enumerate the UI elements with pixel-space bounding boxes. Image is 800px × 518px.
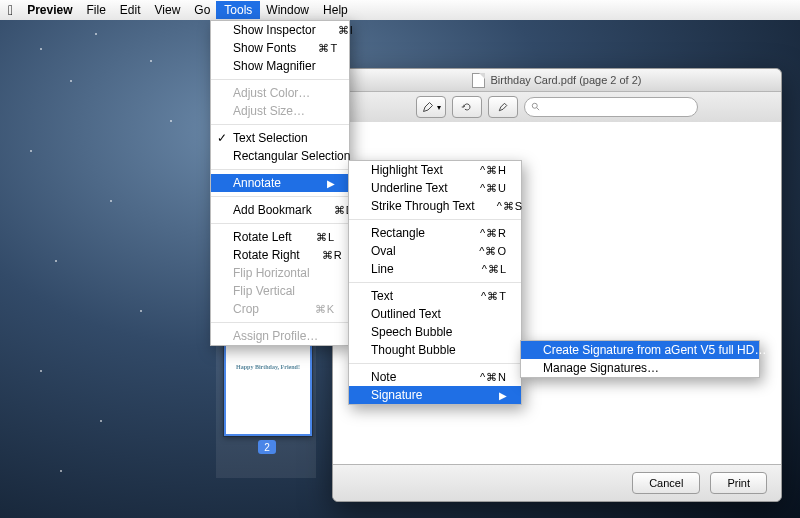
menubar:  Preview File Edit View Go Tools Window… <box>0 0 800 20</box>
rotate-icon <box>461 101 473 113</box>
thumbnail-page-badge: 2 <box>258 440 276 454</box>
window-bottom-bar: Cancel Print <box>333 464 781 501</box>
menu-outlined-text[interactable]: Outlined Text <box>349 305 521 323</box>
menu-rectangular-selection[interactable]: Rectangular Selection <box>211 147 349 165</box>
menu-underline-text[interactable]: Underline Text^⌘U <box>349 179 521 197</box>
menu-line[interactable]: Line^⌘L <box>349 260 521 278</box>
menubar-item-view[interactable]: View <box>155 3 181 17</box>
print-button[interactable]: Print <box>710 472 767 494</box>
search-icon <box>531 102 541 112</box>
cancel-button[interactable]: Cancel <box>632 472 700 494</box>
document-icon <box>472 73 485 88</box>
menu-flip-vertical: Flip Vertical <box>211 282 349 300</box>
menu-crop: Crop⌘K <box>211 300 349 318</box>
menubar-app-name[interactable]: Preview <box>27 3 72 17</box>
menu-highlight-text[interactable]: Highlight Text^⌘H <box>349 161 521 179</box>
window-toolbar: ▾ <box>333 92 781 123</box>
annotate-submenu: Highlight Text^⌘H Underline Text^⌘U Stri… <box>348 160 522 405</box>
menu-show-fonts[interactable]: Show Fonts⌘T <box>211 39 349 57</box>
menubar-item-window[interactable]: Window <box>266 3 309 17</box>
submenu-arrow-icon: ▶ <box>477 390 507 401</box>
toolbar-markup-button[interactable] <box>488 96 518 118</box>
window-title: Birthday Card.pdf (page 2 of 2) <box>490 74 641 86</box>
menu-show-inspector[interactable]: Show Inspector⌘I <box>211 21 349 39</box>
screen:  Preview File Edit View Go Tools Window… <box>0 0 800 518</box>
menu-rotate-left[interactable]: Rotate Left⌘L <box>211 228 349 246</box>
menu-text[interactable]: Text^⌘T <box>349 287 521 305</box>
thumbnail-preview-text: Happy Birthday, Friend! <box>226 364 310 370</box>
menu-text-selection[interactable]: ✓Text Selection <box>211 129 349 147</box>
checkmark-icon: ✓ <box>217 131 227 145</box>
menu-manage-signatures[interactable]: Manage Signatures… <box>521 359 759 377</box>
menu-flip-horizontal: Flip Horizontal <box>211 264 349 282</box>
toolbar-rotate-button[interactable] <box>452 96 482 118</box>
toolbar-search-field[interactable] <box>524 97 698 117</box>
menu-note[interactable]: Note^⌘N <box>349 368 521 386</box>
svg-point-0 <box>532 103 537 108</box>
menu-rotate-right[interactable]: Rotate Right⌘R <box>211 246 349 264</box>
svg-line-1 <box>537 108 540 111</box>
menu-speech-bubble[interactable]: Speech Bubble <box>349 323 521 341</box>
menu-show-magnifier[interactable]: Show Magnifier <box>211 57 349 75</box>
menubar-item-edit[interactable]: Edit <box>120 3 141 17</box>
apple-menu-icon[interactable]:  <box>8 3 13 17</box>
menubar-item-file[interactable]: File <box>87 3 106 17</box>
menu-annotate[interactable]: Annotate▶ <box>211 174 349 192</box>
menu-rectangle[interactable]: Rectangle^⌘R <box>349 224 521 242</box>
window-titlebar[interactable]: Birthday Card.pdf (page 2 of 2) <box>333 69 781 92</box>
menu-oval[interactable]: Oval^⌘O <box>349 242 521 260</box>
submenu-arrow-icon: ▶ <box>305 178 335 189</box>
menu-add-bookmark[interactable]: Add Bookmark⌘D <box>211 201 349 219</box>
menubar-item-tools[interactable]: Tools <box>216 1 260 19</box>
menu-create-signature[interactable]: Create Signature from aGent V5 full HD… <box>521 341 759 359</box>
edit-icon <box>497 101 509 113</box>
toolbar-annotate-button[interactable]: ▾ <box>416 96 446 118</box>
menubar-item-help[interactable]: Help <box>323 3 348 17</box>
menu-signature[interactable]: Signature▶ <box>349 386 521 404</box>
menubar-item-go[interactable]: Go <box>194 3 210 17</box>
menu-strike-through-text[interactable]: Strike Through Text^⌘S <box>349 197 521 215</box>
tools-menu: Show Inspector⌘I Show Fonts⌘T Show Magni… <box>210 20 350 346</box>
chevron-down-icon: ▾ <box>437 103 441 112</box>
pencil-icon <box>422 101 434 113</box>
menu-assign-profile: Assign Profile… <box>211 327 349 345</box>
menu-thought-bubble[interactable]: Thought Bubble <box>349 341 521 359</box>
menu-adjust-color: Adjust Color… <box>211 84 349 102</box>
signature-submenu: Create Signature from aGent V5 full HD… … <box>520 340 760 378</box>
menu-adjust-size: Adjust Size… <box>211 102 349 120</box>
